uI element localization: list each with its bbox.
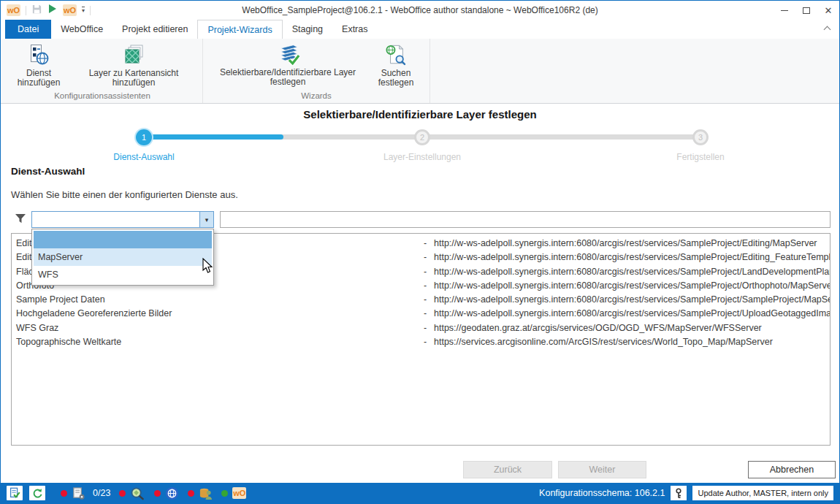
status-users-indicator — [188, 486, 213, 500]
separator-dash: - — [424, 251, 434, 264]
run-project-button[interactable] — [47, 4, 58, 17]
database-user-icon — [199, 486, 213, 500]
set-search-button[interactable]: Suchen festlegen — [370, 42, 422, 90]
save-button[interactable] — [31, 4, 42, 18]
window-title: WebOffice_SampleProject@106.2.1 - WebOff… — [1, 5, 839, 15]
filter-icon — [14, 212, 27, 225]
ribbon-group-wizards: Selektierbare/Identifizierbare Layer fes… — [203, 39, 430, 103]
separator-dash: - — [424, 279, 434, 293]
step-label-dienst-auswahl: Dienst-Auswahl — [113, 152, 174, 162]
service-name: Topographische Weltkarte — [16, 335, 424, 349]
status-dot-red — [119, 490, 126, 497]
service-url: http://w-ws-adelpoll.synergis.intern:608… — [434, 293, 830, 307]
config-schema-label: Konfigurationsschema: 106.2.1 — [539, 488, 665, 498]
tab-projekt-wizards[interactable]: Projekt-Wizards — [197, 20, 282, 39]
maximize-button[interactable] — [795, 1, 817, 20]
dropdown-option-empty[interactable] — [34, 231, 212, 248]
tab-extras[interactable]: Extras — [332, 20, 377, 39]
separator-dash: - — [424, 265, 434, 279]
weboffice-button[interactable]: wO — [63, 4, 77, 16]
separator-dash: - — [424, 237, 434, 251]
combobox-dropdown: MapServer WFS — [31, 229, 214, 286]
quick-access-toolbar: wO wO ▾ — [1, 4, 91, 18]
ribbon-button-label: Selektierbare/Identifizierbare Layer fes… — [213, 68, 362, 88]
cancel-button[interactable]: Abbrechen — [748, 461, 836, 478]
weboffice-status-icon: wO — [232, 487, 246, 499]
close-button[interactable]: ✕ — [817, 1, 839, 20]
play-icon — [47, 4, 58, 14]
service-type-combobox[interactable]: ▾ — [31, 211, 214, 228]
ribbon-button-label: Layer zu Kartenansicht hinzufügen — [75, 69, 192, 88]
wizard-page: Selektierbare/Identifizierbare Layer fes… — [1, 104, 839, 483]
device-config-icon — [72, 486, 85, 500]
app-logo-icon: wO — [7, 4, 20, 16]
form-check-icon — [8, 486, 21, 500]
add-layer-icon — [122, 43, 145, 66]
step-progress-fill — [144, 134, 283, 140]
refresh-icon — [31, 487, 44, 500]
save-icon — [31, 4, 42, 15]
step-label-layer-einstellungen: Layer-Einstellungen — [383, 152, 461, 162]
dropdown-option-wfs[interactable]: WFS — [34, 266, 212, 283]
maximize-icon — [803, 7, 810, 14]
collapse-ribbon-icon[interactable] — [824, 26, 831, 34]
validate-config-button[interactable] — [7, 486, 23, 500]
service-url: http://w-ws-adelpoll.synergis.intern:608… — [434, 265, 830, 279]
instruction-text: Wählen Sie bitte einen der konfigurierte… — [11, 189, 238, 200]
chevron-down-icon[interactable]: ▾ — [199, 212, 213, 227]
separator-dash: - — [424, 293, 434, 307]
service-row[interactable]: WFS Graz-https://geodaten.graz.at/arcgis… — [12, 321, 830, 335]
set-selectable-layers-button[interactable]: Selektierbare/Identifizierbare Layer fes… — [210, 42, 365, 89]
status-dot-red — [154, 490, 161, 497]
update-author-button[interactable]: Update Author, MASTER, intern only — [692, 486, 833, 500]
ribbon: Dienst hinzufügen Layer zu Kartenansicht… — [1, 39, 839, 104]
key-icon — [674, 488, 683, 499]
status-web-indicator — [154, 486, 179, 500]
add-layer-to-mapview-button[interactable]: Layer zu Kartenansicht hinzufügen — [72, 42, 195, 90]
config-counter: 0/23 — [93, 488, 110, 498]
service-url: http://w-ws-adelpoll.synergis.intern:608… — [434, 251, 830, 264]
ribbon-group-label: Wizards — [203, 91, 429, 103]
statusbar: 0/23 — [1, 483, 839, 503]
window-controls: ✕ — [774, 1, 839, 20]
status-dot-red — [188, 490, 194, 497]
tab-staging[interactable]: Staging — [283, 20, 332, 39]
ribbon-group-konfigurationsassistenten: Dienst hinzufügen Layer zu Kartenansicht… — [2, 39, 203, 103]
titlebar: wO wO ▾ WebOffice_SampleProject@106.2.1 … — [1, 1, 839, 20]
globe-icon — [165, 486, 179, 500]
separator-dash: - — [424, 307, 434, 321]
dropdown-option-mapserver[interactable]: MapServer — [34, 248, 212, 266]
search-doc-globe-icon — [385, 43, 407, 66]
app-window: wO wO ▾ WebOffice_SampleProject@106.2.1 … — [0, 0, 840, 504]
status-dot-red — [61, 490, 67, 497]
tab-projekt-editieren[interactable]: Projekt editieren — [112, 20, 197, 39]
step-label-fertigstellen: Fertigstellen — [676, 152, 724, 162]
tab-datei[interactable]: Datei — [5, 20, 51, 39]
service-filter-input[interactable] — [220, 211, 831, 228]
service-row[interactable]: Sample Project Daten-http://w-ws-adelpol… — [12, 293, 830, 307]
tab-weboffice[interactable]: WebOffice — [51, 20, 112, 39]
step-circle-2: 2 — [414, 129, 430, 145]
minimize-icon — [781, 10, 788, 11]
service-row[interactable]: Topographische Weltkarte-https://service… — [12, 335, 830, 349]
next-button[interactable]: Weiter — [558, 461, 646, 478]
refresh-button[interactable] — [29, 486, 45, 500]
back-button[interactable]: Zurück — [463, 461, 552, 478]
license-key-button[interactable] — [671, 486, 687, 500]
add-service-button[interactable]: Dienst hinzufügen — [9, 42, 68, 90]
ribbon-group-label: Konfigurationsassistenten — [2, 91, 202, 103]
status-dot-green — [221, 490, 228, 497]
separator — [26, 6, 26, 15]
service-url: http://w-ws-adelpoll.synergis.intern:608… — [434, 279, 830, 293]
ribbon-button-label: Suchen festlegen — [373, 69, 419, 88]
minimize-button[interactable] — [774, 1, 795, 20]
status-search-indicator — [119, 486, 145, 500]
service-row[interactable]: Hochgeladene Georeferenzierte Bilder-htt… — [12, 307, 830, 321]
service-url: http://w-ws-adelpoll.synergis.intern:608… — [434, 307, 830, 321]
service-url: https://services.arcgisonline.com/ArcGIS… — [434, 335, 830, 349]
qat-customize-button[interactable]: ▾ — [82, 7, 85, 14]
service-name: Sample Project Daten — [16, 293, 424, 307]
status-config-indicator: 0/23 — [61, 486, 110, 500]
service-url: http://w-ws-adelpoll.synergis.intern:608… — [434, 237, 830, 251]
service-url: https://geodaten.graz.at/arcgis/services… — [434, 321, 830, 335]
